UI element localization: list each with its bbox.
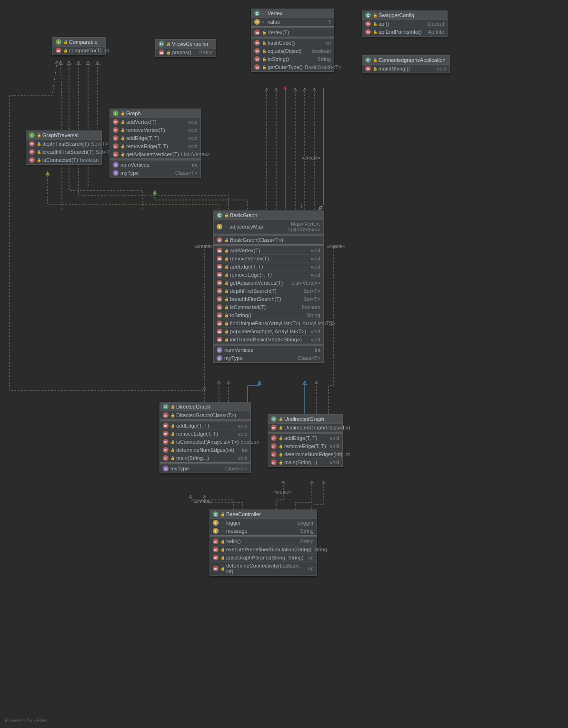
method-icon [213, 539, 219, 544]
method-icon [217, 288, 222, 294]
member-row: removeEdge(T, T)void [268, 442, 342, 450]
member-row: graphs() String [156, 49, 216, 57]
field-row: value T [251, 18, 334, 26]
class-directedgraph[interactable]: DirectedGraph DirectedGraph(Class<T>) ad… [159, 402, 251, 473]
member-type: String [300, 528, 314, 534]
member-type: void [238, 423, 248, 429]
lock-icon [224, 321, 228, 325]
lock-icon [224, 213, 228, 217]
class-undirectedgraph[interactable]: UndirectedGraph UndirectedGraph(Class<T>… [268, 414, 343, 467]
member-type: String [307, 312, 320, 318]
class-swaggerconfig[interactable]: SwaggerConfig api()DocketapiEndPointsInf… [362, 10, 448, 37]
class-graph[interactable]: Graph addVertex(T)voidremoveVertex(T)voi… [110, 109, 201, 178]
member-row: main(String[]) void [362, 65, 449, 73]
member-row: addEdge(T, T)void [268, 434, 342, 442]
member-row: loggerLogger [210, 519, 317, 527]
method-icon [271, 425, 277, 430]
class-header: BaseController [210, 510, 317, 519]
method-icon [163, 455, 169, 461]
member-type: void [311, 272, 320, 278]
open-lock-icon [262, 20, 266, 24]
member-name: removeEdge(T, T) [176, 431, 236, 437]
member-type: boolean [240, 439, 259, 445]
class-basecontroller[interactable]: BaseController loggerLoggermessageString… [209, 509, 317, 576]
class-name: ViewsController [172, 41, 209, 47]
method-icon [213, 555, 219, 560]
interface-icon [113, 110, 119, 116]
class-name: DirectedGraph [176, 404, 210, 409]
lock-icon [120, 111, 124, 115]
lock-icon [224, 297, 228, 301]
lock-icon [37, 142, 40, 146]
class-basicgraph[interactable]: BasicGraph adjacencyMap Map<Vertex, List… [213, 210, 324, 363]
member-row: breadthFirstSearch(T)Set<T> [26, 148, 101, 156]
method-icon [29, 149, 35, 155]
lock-icon [170, 448, 174, 452]
lock-icon [224, 329, 228, 333]
member-type: BasicGraph<T> [305, 64, 341, 70]
method-icon [271, 443, 277, 449]
method-icon [217, 237, 222, 243]
class-icon [217, 212, 222, 218]
class-comparable[interactable]: Comparable compareTo(T) int [52, 37, 106, 55]
stereotype-create: «create» [327, 244, 345, 249]
class-graphtraversal[interactable]: GraphTraversal depthFirstSearch(T)Set<T>… [26, 130, 102, 165]
member-name: breadthFirstSearch(T) [230, 296, 301, 302]
multiplicity-star: * [275, 204, 277, 209]
member-type: void [330, 435, 339, 441]
method-icon [254, 48, 260, 54]
member-type: int [242, 447, 248, 453]
lock-icon [262, 49, 266, 53]
member-row: depthFirstSearch(T)Set<T> [26, 140, 101, 148]
lock-icon [224, 273, 228, 277]
member-name: determineNumEdges(int) [284, 451, 342, 457]
member-type: void [311, 329, 320, 334]
member-name: numVertices [224, 347, 313, 353]
footer-label: Powered by yFiles [5, 718, 48, 723]
member-name: findUniquePairs(ArrayList<T>) [230, 320, 300, 326]
method-icon [113, 143, 119, 149]
method-icon [213, 547, 219, 552]
member-row: getOuterType()BasicGraph<T> [251, 63, 334, 71]
lock-icon [120, 144, 124, 148]
class-viewscontroller[interactable]: ViewsController graphs() String [155, 39, 216, 57]
member-row: executePredefinedSimulation(String)Strin… [210, 546, 317, 554]
ctor-row: DirectedGraph(Class<T>) [160, 411, 250, 419]
lock-icon [37, 150, 40, 154]
lock-icon [373, 30, 377, 34]
method-icon [365, 29, 371, 35]
member-type: int [325, 40, 331, 46]
member-name: determineConnectivity(boolean, int) [226, 563, 306, 574]
lock-icon [279, 426, 282, 429]
lock-icon [170, 424, 174, 428]
member-type: int [315, 347, 320, 353]
class-vertex[interactable]: Vertex value T Vertex(T) hashCode()inteq… [251, 9, 334, 72]
member-row: depthFirstSearch(T)Set<T> [214, 287, 323, 295]
member-name: addEdge(T, T) [284, 435, 328, 441]
member-type: void [311, 256, 320, 261]
interface-icon [56, 39, 61, 45]
method-icon [271, 435, 277, 441]
member-name: passGraphParams(String, String) [226, 555, 306, 560]
member-row: addVertex(T)void [214, 247, 323, 255]
member-name: getOuterType() [268, 64, 303, 70]
lock-icon [224, 238, 228, 242]
lock-icon [279, 452, 282, 456]
class-connectedgraphs[interactable]: ConnectedgraphsApplication main(String[]… [362, 55, 450, 73]
lock-icon [166, 50, 170, 54]
member-type: int [308, 555, 314, 560]
interface-icon [29, 132, 35, 138]
method-icon [29, 157, 35, 163]
lock-icon [170, 440, 174, 444]
class-name: GraphTraversal [42, 132, 79, 138]
member-name: addEdge(T, T) [126, 135, 186, 141]
member-name: main(String...) [176, 455, 236, 461]
member-name: executePredefinedSimulation(String) [226, 547, 311, 552]
member-row: apiEndPointsInfo()ApiInfo [362, 28, 447, 36]
member-type: Class<T> [298, 355, 320, 361]
member-name: isConnected(T) [230, 304, 300, 310]
member-type: int [192, 162, 198, 168]
lock-icon [220, 567, 224, 570]
method-icon [163, 439, 169, 445]
stereotype-create: «create» [302, 155, 320, 160]
